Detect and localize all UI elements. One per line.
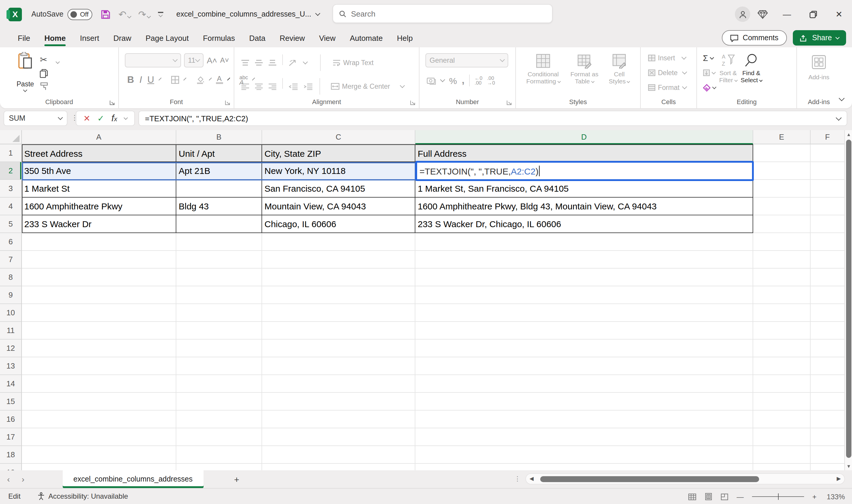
- tab-data[interactable]: Data: [242, 29, 272, 47]
- prev-sheet-button[interactable]: ‹: [7, 474, 10, 484]
- row-header-12[interactable]: 12: [0, 340, 22, 357]
- cell-e13[interactable]: [753, 357, 811, 375]
- cell-a18[interactable]: [22, 446, 176, 464]
- cell-d8[interactable]: [415, 269, 753, 286]
- cell-f3[interactable]: [811, 180, 844, 198]
- restore-button[interactable]: [800, 0, 826, 29]
- cell-a13[interactable]: [22, 357, 176, 375]
- cell-b8[interactable]: [176, 269, 262, 286]
- cell-e3[interactable]: [753, 180, 811, 198]
- autosum-button[interactable]: Σ: [703, 52, 715, 64]
- cancel-button[interactable]: ✕: [84, 113, 90, 123]
- page-layout-view-button[interactable]: [705, 493, 712, 501]
- cell-b7[interactable]: [176, 251, 262, 269]
- cell-a3[interactable]: 1 Market St: [22, 180, 176, 198]
- font-name-combo[interactable]: [125, 53, 181, 68]
- cell-c6[interactable]: [262, 233, 415, 251]
- cell-b17[interactable]: [176, 428, 262, 446]
- align-right-button[interactable]: [269, 83, 276, 90]
- bold-button[interactable]: B: [127, 74, 134, 85]
- cell-c3[interactable]: San Francisco, CA 94105: [262, 180, 415, 198]
- format-painter-button[interactable]: [40, 82, 49, 90]
- scroll-up-icon[interactable]: ▲: [845, 130, 852, 139]
- tab-file[interactable]: File: [11, 29, 37, 47]
- align-bottom-button[interactable]: [269, 60, 276, 66]
- row-header-10[interactable]: 10: [0, 304, 22, 322]
- cell-f13[interactable]: [811, 357, 844, 375]
- comma-style-button[interactable]: ,: [462, 74, 465, 86]
- sheet-tab-active[interactable]: excel_combine_columns_addresses: [63, 470, 203, 488]
- select-all-button[interactable]: [0, 130, 22, 144]
- page-break-view-button[interactable]: [721, 493, 728, 500]
- delete-cells-button[interactable]: Delete: [648, 67, 696, 79]
- cell-b12[interactable]: [176, 340, 262, 357]
- row-header-5[interactable]: 5: [0, 215, 22, 233]
- cell-f4[interactable]: [811, 198, 844, 215]
- cell-a4[interactable]: 1600 Amphitheatre Pkwy: [22, 198, 176, 215]
- cell-f8[interactable]: [811, 269, 844, 286]
- find-select-button[interactable]: Find &Select: [741, 52, 762, 84]
- tab-view[interactable]: View: [312, 29, 343, 47]
- fill-button[interactable]: [703, 67, 715, 79]
- chevron-down-icon[interactable]: [440, 77, 445, 82]
- cell-e12[interactable]: [753, 340, 811, 357]
- cut-button[interactable]: ✂: [40, 54, 49, 65]
- cell-c4[interactable]: Mountain View, CA 94043: [262, 198, 415, 215]
- cell-e8[interactable]: [753, 269, 811, 286]
- cell-f14[interactable]: [811, 375, 844, 393]
- cell-b5[interactable]: [176, 215, 262, 233]
- borders-button[interactable]: [171, 76, 179, 84]
- cell-b3[interactable]: [176, 180, 262, 198]
- cell-a15[interactable]: [22, 393, 176, 411]
- zoom-slider-thumb[interactable]: [778, 493, 779, 500]
- cell-b18[interactable]: [176, 446, 262, 464]
- cell-f17[interactable]: [811, 428, 844, 446]
- align-top-button[interactable]: [241, 60, 249, 66]
- cell-e5[interactable]: [753, 215, 811, 233]
- cell-c17[interactable]: [262, 428, 415, 446]
- cell-e17[interactable]: [753, 428, 811, 446]
- increase-decimal-button[interactable]: ←0.00: [474, 76, 482, 85]
- cell-a17[interactable]: [22, 428, 176, 446]
- cell-d14[interactable]: [415, 375, 753, 393]
- chevron-down-icon[interactable]: [209, 77, 212, 80]
- insert-cells-button[interactable]: Insert: [648, 52, 696, 64]
- chevron-down-icon[interactable]: [183, 77, 186, 80]
- copy-button[interactable]: [40, 69, 49, 78]
- chevron-down-icon[interactable]: [124, 115, 128, 120]
- column-header-e[interactable]: E: [753, 130, 811, 144]
- column-header-c[interactable]: C: [262, 130, 415, 144]
- cell-e6[interactable]: [753, 233, 811, 251]
- column-header-d[interactable]: D: [415, 130, 753, 144]
- decrease-font-size-button[interactable]: A˅: [220, 56, 229, 65]
- align-center-button[interactable]: [255, 83, 263, 90]
- cell-b14[interactable]: [176, 375, 262, 393]
- cell-a12[interactable]: [22, 340, 176, 357]
- cell-b10[interactable]: [176, 304, 262, 322]
- accounting-format-button[interactable]: [427, 77, 436, 84]
- horizontal-scrollbar[interactable]: ◀ ▶: [525, 473, 845, 485]
- tab-draw[interactable]: Draw: [106, 29, 139, 47]
- cell-b4[interactable]: Bldg 43: [176, 198, 262, 215]
- cell-c1[interactable]: City, State ZIP: [262, 144, 415, 162]
- zoom-slider[interactable]: [752, 496, 804, 497]
- orientation-button[interactable]: [289, 59, 297, 66]
- cell-c2[interactable]: New York, NY 10118: [262, 162, 415, 180]
- cell-a5[interactable]: 233 S Wacker Dr: [22, 215, 176, 233]
- cell-f7[interactable]: [811, 251, 844, 269]
- row-header-13[interactable]: 13: [0, 357, 22, 375]
- document-title[interactable]: excel_combine_columns_addresses_U...: [176, 10, 320, 18]
- row-header-18[interactable]: 18: [0, 446, 22, 464]
- quick-access-customize-icon[interactable]: [158, 12, 163, 17]
- cell-styles-button[interactable]: CellStyles: [609, 53, 630, 85]
- row-header-8[interactable]: 8: [0, 269, 22, 286]
- wrap-text-button[interactable]: Wrap Text: [332, 57, 374, 69]
- cell-b6[interactable]: [176, 233, 262, 251]
- cell-c16[interactable]: [262, 411, 415, 428]
- gem-icon[interactable]: [757, 10, 768, 19]
- cell-c7[interactable]: [262, 251, 415, 269]
- cell-e1[interactable]: [753, 144, 811, 162]
- cell-e15[interactable]: [753, 393, 811, 411]
- merge-center-button[interactable]: Merge & Center: [331, 80, 404, 92]
- row-header-1[interactable]: 1: [0, 144, 22, 162]
